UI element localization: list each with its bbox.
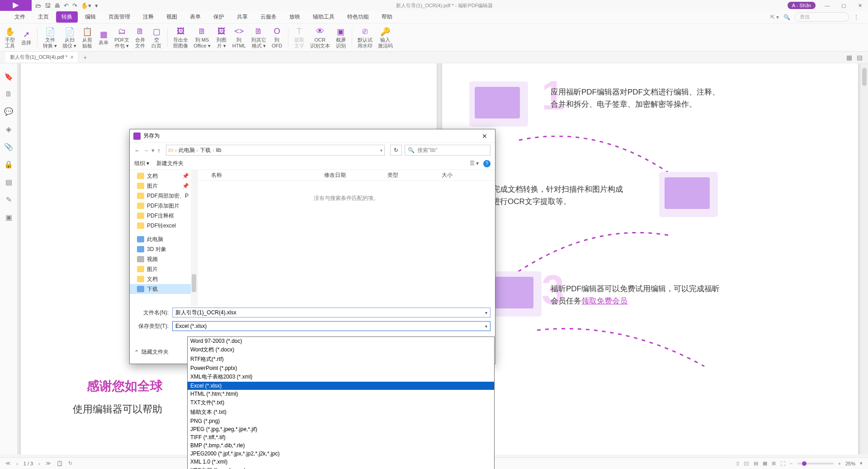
menu-home[interactable]: 主页 — [33, 11, 54, 23]
dd-option[interactable]: BMP (*.bmp,*.dib,*.rle) — [188, 441, 494, 450]
rb-select[interactable]: ➚选择 — [19, 28, 33, 47]
breadcrumb[interactable]: 🗁› 此电脑› 下载› lib ▾ — [166, 145, 385, 156]
maximize-icon[interactable]: ▢ — [835, 3, 852, 9]
add-tab-button[interactable]: + — [79, 54, 91, 61]
zoom-out-icon[interactable]: − — [790, 461, 793, 466]
page-indicator[interactable]: 1 / 3 — [24, 461, 33, 466]
menu-pagemgmt[interactable]: 页面管理 — [103, 11, 136, 23]
fullscreen-icon[interactable]: ⛶ — [780, 461, 785, 466]
dd-option[interactable]: Word文档 (*.docx) — [188, 345, 494, 355]
layout-facing-icon[interactable]: ▯▯ — [744, 460, 749, 466]
help-icon[interactable]: ? — [483, 160, 491, 167]
chevron-down-icon[interactable]: ▾ — [485, 324, 487, 329]
dd-option[interactable]: PowerPoint (*.pptx) — [188, 364, 494, 372]
dd-option[interactable]: 辅助文本 (*.txt) — [188, 407, 494, 417]
redo-icon[interactable]: ↷ — [72, 2, 77, 9]
panel-icon[interactable]: ▣ — [5, 213, 12, 222]
rb-file-convert[interactable]: 📄文件 转换 ▾ — [41, 25, 59, 49]
scrollbar-thumb[interactable] — [862, 68, 867, 86]
zoom-in-icon[interactable]: + — [838, 461, 841, 466]
rb-to-html[interactable]: <>到 HTML — [231, 25, 248, 49]
close-icon[interactable]: ✕ — [852, 3, 868, 9]
crumb-1[interactable]: 此电脑 — [179, 147, 195, 154]
search-input[interactable]: 查找 — [795, 12, 849, 22]
last-page-icon[interactable]: ≫ — [46, 460, 51, 466]
menu-more-icon[interactable]: ⋮ — [854, 14, 859, 20]
rb-to-image[interactable]: 🖼到图 片 ▾ — [214, 25, 229, 49]
menu-assist[interactable]: 辅助工具 — [307, 11, 340, 23]
savetype-dropdown[interactable]: Word 97-2003 (*.doc) Word文档 (*.docx) RTF… — [187, 336, 495, 469]
rb-to-other[interactable]: 🗎到其它 格式 ▾ — [250, 25, 268, 49]
new-folder-button[interactable]: 新建文件夹 — [156, 160, 184, 167]
rb-from-clipboard[interactable]: 📋从剪 贴板 — [80, 25, 94, 49]
nav-recent-icon[interactable]: ▾ — [151, 147, 155, 154]
layout-grid-icon[interactable]: ⊞ — [772, 460, 776, 466]
rb-watermark[interactable]: ⎚默认试 用水印 — [356, 25, 374, 49]
dialog-search[interactable]: 🔍 搜索"lib" — [405, 145, 491, 156]
rb-merge[interactable]: 🗎合并 文件 — [133, 25, 147, 49]
menu-help[interactable]: 帮助 — [376, 11, 398, 23]
dd-option-selected[interactable]: Excel (*.xlsx) — [188, 382, 494, 390]
menu-collapse-icon[interactable]: ⇱ ▾ — [770, 14, 779, 20]
hand-icon[interactable]: ✋▾ — [81, 2, 91, 9]
tree-scrollbar[interactable] — [191, 170, 197, 306]
more-icon[interactable]: ▾ — [95, 2, 98, 9]
folder-tree[interactable]: 文档📌 图片📌 PDF局部加密、P PDF添加图片 PDF注释框 PDF转exc… — [130, 170, 198, 306]
dd-option[interactable]: RTF格式(*.rtf) — [188, 355, 494, 364]
menu-protect[interactable]: 保护 — [208, 11, 230, 23]
zoom-value[interactable]: 25% — [845, 461, 855, 466]
attachment-icon[interactable]: 📎 — [4, 142, 13, 151]
dd-option[interactable]: TXT文件(*.txt) — [188, 398, 494, 407]
rb-to-msoffice[interactable]: 🗎到 MS Office ▾ — [192, 25, 212, 49]
rb-hand-tool[interactable]: ✋手型 工具 — [3, 25, 17, 49]
dd-option[interactable]: HTML (*.htm;*.html) — [188, 390, 494, 398]
dd-option[interactable]: TIFF (*.tiff,*.tif) — [188, 433, 494, 441]
dd-option[interactable]: Word 97-2003 (*.doc) — [188, 337, 494, 345]
print-icon[interactable]: 🖶 — [54, 2, 60, 9]
lock-icon[interactable]: 🔒 — [4, 160, 13, 169]
undo-icon[interactable]: ↶ — [64, 2, 69, 9]
filename-combo[interactable]: ▾ — [172, 308, 491, 317]
clipboard-icon[interactable]: 📋 — [57, 460, 63, 466]
chevron-down-icon[interactable]: ▾ — [485, 310, 487, 315]
organize-button[interactable]: 组织 ▾ — [134, 160, 149, 167]
nav-forward-icon[interactable]: → — [143, 147, 149, 154]
filename-input[interactable] — [175, 309, 485, 316]
menu-annotate[interactable]: 注释 — [137, 11, 159, 23]
column-headers[interactable]: 名称 修改日期 类型 大小 — [198, 170, 495, 181]
rb-activate[interactable]: 🔑输入 激活码 — [376, 25, 395, 49]
menu-convert[interactable]: 转换 — [56, 11, 78, 23]
save-icon[interactable]: 🖫 — [45, 2, 51, 9]
menu-feature[interactable]: 特色功能 — [342, 11, 374, 23]
layout-cont-facing-icon[interactable]: ▦ — [763, 460, 767, 466]
menu-present[interactable]: 放映 — [284, 11, 306, 23]
crumb-2[interactable]: 下载 — [200, 147, 211, 154]
menu-file[interactable]: 文件 — [9, 11, 31, 23]
rb-ocr[interactable]: 👁OCR 识别文本 — [308, 25, 332, 49]
crumb-3[interactable]: lib — [216, 147, 222, 153]
rb-to-ofd[interactable]: O到 OFD — [270, 25, 284, 49]
view-panel-icon[interactable]: ▤ — [857, 54, 863, 61]
layers-icon[interactable]: ◈ — [6, 125, 11, 133]
dd-option[interactable]: JPEG (*.jpg,*.jpeg,*.jpe,*.jif) — [188, 425, 494, 433]
dd-option[interactable]: XML 1.0 (*.xml) — [188, 458, 494, 466]
rb-portfolio[interactable]: 🗂PDF文 件包 ▾ — [113, 25, 131, 49]
first-page-icon[interactable]: ≪ — [5, 460, 11, 466]
rb-export-images[interactable]: 🖼导出全 部图像 — [171, 25, 190, 49]
vertical-scrollbar[interactable] — [861, 63, 868, 455]
menu-share[interactable]: 共享 — [231, 11, 253, 23]
bookmark-icon[interactable]: 🔖 — [4, 72, 13, 81]
menu-edit[interactable]: 编辑 — [80, 11, 101, 23]
rb-form[interactable]: ▦表单 — [96, 28, 111, 47]
fields-icon[interactable]: ▤ — [5, 178, 12, 186]
rb-extract-text[interactable]: T提取 文字 — [292, 25, 307, 49]
signature-icon[interactable]: ✎ — [6, 195, 12, 204]
tab-close-icon[interactable]: ✕ — [70, 55, 74, 60]
user-tag[interactable]: A - Sh3n — [788, 2, 816, 9]
minimize-icon[interactable]: — — [819, 3, 835, 9]
file-list-area[interactable]: 名称 修改日期 类型 大小 没有与搜索条件匹配的项。 — [198, 170, 495, 306]
comment-icon[interactable]: 💬 — [4, 107, 13, 116]
rotate-icon[interactable]: ↻ — [68, 460, 72, 466]
prev-page-icon[interactable]: ‹ — [16, 461, 18, 466]
nav-up-icon[interactable]: ↑ — [157, 147, 160, 154]
